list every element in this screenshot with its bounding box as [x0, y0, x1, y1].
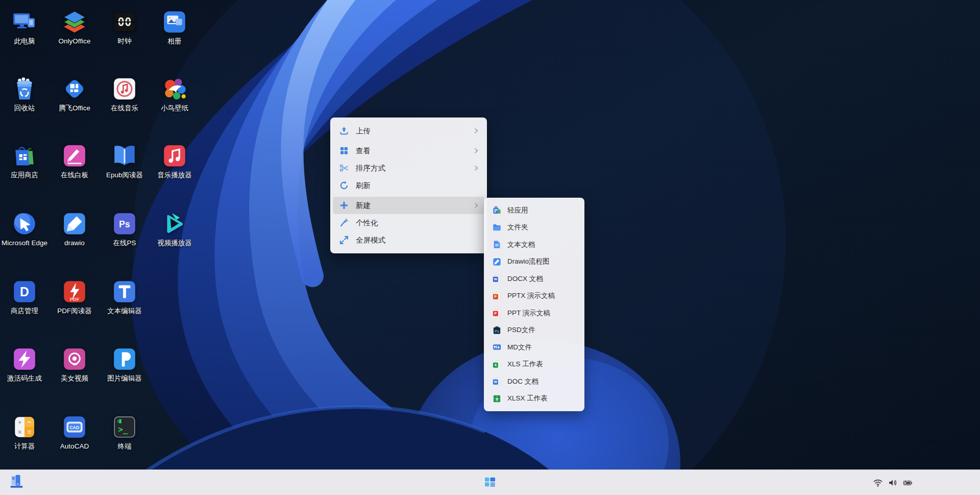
- svg-text:X: X: [496, 397, 498, 402]
- desktop-icon-onlyoffice[interactable]: OnlyOffice: [50, 9, 99, 45]
- volume-icon[interactable]: [888, 478, 898, 488]
- desktop-icon-edge[interactable]: Microsoft Edge: [0, 211, 49, 247]
- desktop-icon-image-editor[interactable]: 图片编辑器: [100, 346, 149, 383]
- tengfei-office-icon: [62, 76, 87, 102]
- submenu-item-drawio-flow[interactable]: Drawio流程图: [486, 253, 582, 271]
- desktop-icon-label: AutoCAD: [50, 442, 99, 451]
- svg-text:P: P: [494, 312, 497, 316]
- desktop-icon-online-ps[interactable]: Ps 在线PS: [100, 211, 149, 247]
- pptx-icon: P: [492, 291, 502, 301]
- upload-icon: [339, 126, 349, 136]
- image-editor-icon: [112, 346, 137, 372]
- text-editor-icon: [112, 279, 137, 304]
- svg-text:W: W: [494, 381, 497, 385]
- albums-icon: [162, 9, 187, 35]
- submenu-item-doc[interactable]: W DOC 文档: [486, 373, 582, 390]
- desktop-surface[interactable]: 此电脑 OnlyOffice 00 时钟 相册 回收站 腾飞Office 在线音…: [0, 0, 980, 495]
- desktop-icon-this-pc[interactable]: 此电脑: [0, 9, 49, 45]
- desktop-icon-label: 此电脑: [0, 37, 49, 45]
- desktop-icon-label: PDF阅读器: [50, 307, 99, 315]
- submenu-item-ppt[interactable]: P PPT 演示文稿: [486, 304, 582, 322]
- keygen-icon: [12, 346, 37, 372]
- submenu-item-pptx[interactable]: P PPTX 演示文稿: [486, 288, 582, 305]
- menu-item-upload[interactable]: 上传: [333, 122, 484, 139]
- submenu-item-xlsx[interactable]: X XLSX 工作表: [486, 390, 582, 408]
- desktop-icon-label: Epub阅读器: [100, 171, 149, 179]
- fullscreen-icon: [339, 235, 349, 245]
- submenu-item-label: Drawio流程图: [507, 257, 550, 266]
- beauty-video-icon: [62, 346, 87, 372]
- desktop-icon-label: 美女视频: [50, 374, 99, 383]
- desktop-icon-label: 回收站: [0, 104, 49, 112]
- start-pc-icon: [8, 473, 25, 492]
- desktop-icon-autocad[interactable]: CAD AutoCAD: [50, 414, 99, 451]
- submenu-item-text-doc[interactable]: 文本文档: [486, 236, 582, 253]
- desktop-icon-app-store[interactable]: 应用商店: [0, 143, 49, 179]
- autocad-icon: CAD: [62, 414, 87, 440]
- onlyoffice-icon: [62, 9, 87, 35]
- doc-icon: W: [492, 376, 502, 386]
- submenu-item-light-app[interactable]: 轻应用: [486, 202, 582, 219]
- edge-icon: [12, 211, 37, 237]
- submenu-item-md[interactable]: MD文件: [486, 339, 582, 356]
- desktop-icon-label: 文本编辑器: [100, 307, 149, 315]
- menu-item-sort[interactable]: 排序方式: [333, 159, 484, 177]
- menu-item-fullscreen[interactable]: 全屏模式: [333, 231, 484, 249]
- new-plus-icon: [339, 200, 349, 210]
- desktop-icon-label: 腾飞Office: [50, 104, 99, 112]
- desktop-icon-calculator[interactable]: +−×= 计算器: [0, 414, 49, 451]
- desktop-icon-whiteboard[interactable]: 在线白板: [50, 143, 99, 179]
- submenu-item-xls[interactable]: X XLS 工作表: [486, 356, 582, 373]
- menu-item-label: 个性化: [356, 218, 479, 228]
- svg-text:X: X: [494, 363, 497, 367]
- desktop-icon-label: 在线白板: [50, 171, 99, 179]
- desktop-icon-label: 时钟: [100, 37, 149, 45]
- desktop-icon-video-player[interactable]: 视频播放器: [150, 211, 199, 247]
- desktop-icon-beauty-video[interactable]: 美女视频: [50, 346, 99, 383]
- svg-text:Ps: Ps: [119, 219, 130, 229]
- desktop-icon-epub-reader[interactable]: Epub阅读器: [100, 143, 149, 179]
- desktop-icon-albums[interactable]: 相册: [150, 9, 199, 45]
- sort-icon: [339, 163, 349, 173]
- submenu-item-label: XLS 工作表: [507, 360, 543, 369]
- desktop-icon-label: 在线音乐: [100, 104, 149, 112]
- desktop-icon-music-player[interactable]: 音乐播放器: [150, 143, 199, 179]
- app-launcher-button[interactable]: [481, 474, 499, 492]
- app-launcher-icon: [482, 474, 498, 491]
- chevron-right-icon: [473, 128, 479, 134]
- start-button[interactable]: [6, 473, 27, 493]
- desktop-icon-terminal[interactable]: $█>_ 终端: [100, 414, 149, 451]
- desktop-icon-label: 应用商店: [0, 171, 49, 179]
- svg-text:=: =: [27, 428, 31, 436]
- menu-item-personalize[interactable]: 个性化: [333, 214, 484, 231]
- desktop-icon-recycle-bin[interactable]: 回收站: [0, 76, 49, 112]
- desktop-icon-drawio[interactable]: drawio: [50, 211, 99, 247]
- pdf-reader-icon: PDF: [62, 279, 87, 304]
- submenu-item-folder[interactable]: 文件夹: [486, 219, 582, 237]
- desktop-icon-tengfei-office[interactable]: 腾飞Office: [50, 76, 99, 112]
- desktop-icon-pdf-reader[interactable]: PDF PDF阅读器: [50, 279, 99, 315]
- menu-item-refresh[interactable]: 刷新: [333, 177, 484, 194]
- submenu-item-label: 文件夹: [507, 223, 528, 232]
- desktop-icon-keygen[interactable]: 激活码生成: [0, 346, 49, 383]
- music-player-icon: [162, 143, 187, 169]
- desktop-icon-bird-wallpaper[interactable]: 小鸟壁纸: [150, 76, 199, 112]
- wifi-icon[interactable]: [873, 478, 883, 488]
- app-store-icon: [12, 143, 37, 169]
- desktop-icon-clock[interactable]: 00 时钟: [100, 9, 149, 45]
- submenu-item-psd[interactable]: Ps PSD文件: [486, 322, 582, 339]
- epub-reader-icon: [112, 143, 137, 169]
- this-pc-icon: [12, 9, 37, 35]
- desktop-icon-label: 视频播放器: [150, 239, 199, 247]
- desktop-icon-label: 计算器: [0, 442, 49, 451]
- svg-text:+: +: [18, 418, 22, 426]
- desktop-icon-text-editor[interactable]: 文本编辑器: [100, 279, 149, 315]
- desktop-icon-online-music[interactable]: 在线音乐: [100, 76, 149, 112]
- menu-item-new-plus[interactable]: 新建: [333, 197, 484, 214]
- desktop-icon-store-manager[interactable]: D 商店管理: [0, 279, 49, 315]
- menu-item-view-grid[interactable]: 查看: [333, 142, 484, 159]
- desktop-icon-label: 商店管理: [0, 307, 49, 315]
- personalize-icon: [339, 218, 349, 228]
- submenu-item-docx[interactable]: W DOCX 文档: [486, 270, 582, 288]
- battery-charging-icon[interactable]: [902, 478, 913, 488]
